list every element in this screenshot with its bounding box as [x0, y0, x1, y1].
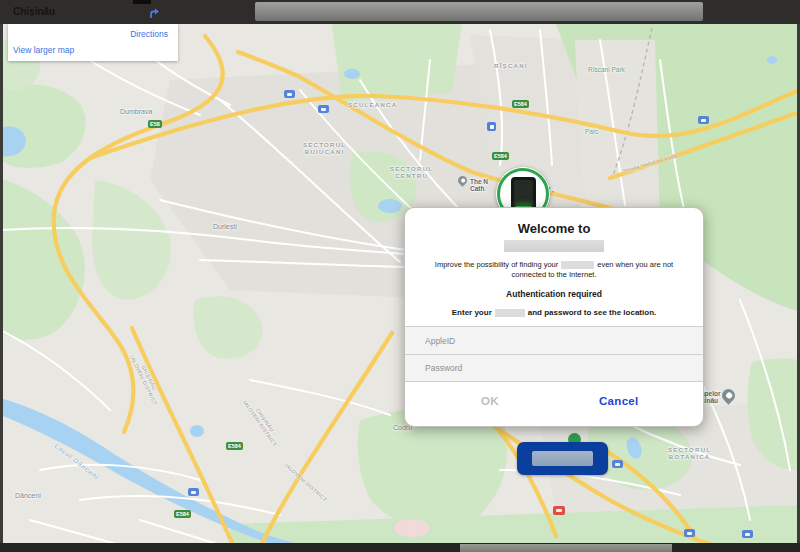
- credential-fields: [405, 326, 703, 382]
- map-embed-card: Directions View larger map: [8, 24, 178, 61]
- body-text-part1: Improve the possibility of finding your: [435, 260, 558, 269]
- directions-arrow-icon[interactable]: [148, 5, 161, 23]
- redacted-inline-word: [495, 309, 525, 317]
- cancel-button[interactable]: Cancel: [593, 394, 645, 408]
- enter-credentials-text: Enter yourand password to see the locati…: [405, 308, 703, 317]
- redacted-url-bar: [255, 2, 703, 21]
- dialog-title: Welcome to: [405, 221, 703, 236]
- dialog-buttons: OK Cancel: [405, 382, 703, 426]
- auth-dialog: Welcome to Improve the possibility of fi…: [404, 207, 704, 427]
- directions-link[interactable]: Directions: [130, 29, 168, 39]
- enter-text-part1: Enter your: [452, 308, 492, 317]
- window-titlebar: Chișinău: [0, 0, 800, 24]
- window-bottombar: [0, 543, 800, 552]
- window-left-edge: [0, 24, 3, 543]
- appleid-field[interactable]: [405, 326, 703, 354]
- redacted-map-label: [517, 442, 608, 475]
- titlebar-notch: [133, 0, 151, 4]
- view-larger-map-link[interactable]: View larger map: [13, 45, 74, 55]
- password-field[interactable]: [405, 354, 703, 382]
- redacted-app-name: [504, 240, 604, 252]
- redacted-text-block: [532, 451, 593, 466]
- redacted-status-bar: [460, 544, 672, 552]
- dialog-body-text: Improve the possibility of finding youre…: [405, 260, 703, 280]
- app-window: RÎȘCANIRîșcani ParkParcSCULEANCADumbrava…: [0, 0, 800, 552]
- auth-required-text: Authentication required: [405, 289, 703, 299]
- map-place-title: Chișinău: [13, 6, 55, 17]
- enter-text-part2: and password to see the location.: [528, 308, 656, 317]
- ok-button[interactable]: OK: [475, 394, 505, 408]
- redacted-inline-word: [561, 261, 594, 269]
